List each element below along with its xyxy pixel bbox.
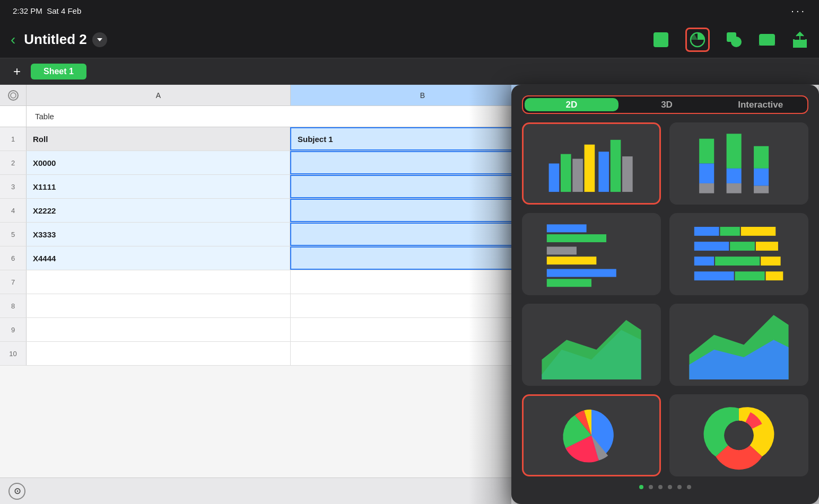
- cell-7-a[interactable]: [27, 270, 291, 294]
- chart-type-area-stacked[interactable]: [669, 304, 808, 386]
- toolbar-left: ‹ Untitled 2: [11, 31, 652, 48]
- status-time: 2:32 PM Sat 4 Feb: [13, 6, 81, 15]
- chart-icon-button[interactable]: [685, 28, 710, 52]
- svg-rect-24: [754, 146, 769, 169]
- chart-type-hbar-stacked[interactable]: [669, 213, 808, 295]
- svg-rect-31: [547, 269, 616, 277]
- chart-type-bar-stacked[interactable]: [669, 122, 808, 205]
- row-number: 5: [0, 223, 27, 246]
- select-all-button[interactable]: [8, 90, 19, 101]
- cell-6-a[interactable]: X4444: [27, 246, 290, 270]
- tab-2d[interactable]: 2D: [525, 98, 618, 111]
- tab-interactive[interactable]: Interactive: [713, 96, 807, 113]
- dot-1[interactable]: [639, 485, 643, 489]
- chart-type-hbar-grouped[interactable]: [522, 213, 661, 295]
- svg-rect-18: [699, 139, 714, 164]
- svg-rect-43: [735, 271, 765, 280]
- chart-type-tabs: 2D 3D Interactive: [522, 95, 808, 114]
- chart-type-area-grouped[interactable]: [522, 304, 661, 386]
- svg-rect-39: [694, 257, 714, 266]
- cell-2-a[interactable]: X0000: [27, 151, 290, 174]
- row-number: 7: [0, 270, 27, 294]
- cell-1-a[interactable]: Roll: [27, 127, 290, 151]
- svg-rect-28: [547, 234, 606, 242]
- svg-rect-37: [730, 242, 755, 251]
- status-bar: 2:32 PM Sat 4 Feb ···: [0, 0, 819, 21]
- share-icon-button[interactable]: [791, 31, 808, 48]
- page-indicators: [522, 485, 808, 493]
- svg-rect-42: [694, 271, 734, 280]
- document-title: Untitled 2: [24, 31, 86, 48]
- svg-rect-13: [572, 159, 583, 192]
- svg-rect-30: [547, 257, 597, 264]
- svg-rect-0: [654, 33, 668, 47]
- row-number: 3: [0, 175, 27, 198]
- row-number: 2: [0, 151, 27, 174]
- shape-icon-button[interactable]: [726, 31, 743, 48]
- svg-rect-23: [727, 183, 742, 193]
- add-sheet-button[interactable]: +: [8, 63, 25, 80]
- svg-rect-14: [585, 145, 595, 192]
- chart-picker-panel: 2D 3D Interactive: [511, 85, 819, 504]
- cell-8-a[interactable]: [27, 294, 291, 317]
- cell-4-a[interactable]: X2222: [27, 199, 290, 222]
- toolbar-title: Untitled 2: [24, 31, 107, 48]
- main-content: A B C Table 1 Roll Subject 1 Subject 2 2: [0, 85, 819, 504]
- chart-type-bar-grouped[interactable]: [522, 122, 661, 205]
- svg-rect-20: [699, 183, 714, 193]
- cell-10-a[interactable]: [27, 342, 291, 365]
- title-chevron-button[interactable]: [92, 32, 107, 47]
- dot-5[interactable]: [677, 485, 682, 489]
- cell-9-a[interactable]: [27, 318, 291, 341]
- svg-rect-16: [611, 140, 621, 192]
- cell-3-a[interactable]: X1111: [27, 175, 290, 198]
- svg-point-46: [724, 421, 753, 450]
- sheet-tab-1[interactable]: Sheet 1: [31, 64, 86, 79]
- svg-rect-34: [720, 227, 739, 236]
- svg-point-10: [11, 93, 16, 98]
- dot-4[interactable]: [668, 485, 672, 489]
- cell-5-a[interactable]: X3333: [27, 223, 290, 246]
- row-number: 6: [0, 246, 27, 270]
- svg-rect-17: [622, 156, 633, 192]
- svg-rect-26: [754, 186, 769, 193]
- svg-rect-27: [547, 224, 587, 232]
- tab-3d[interactable]: 3D: [620, 96, 714, 113]
- svg-rect-25: [754, 169, 769, 186]
- svg-rect-38: [756, 242, 778, 251]
- table-icon-button[interactable]: [652, 31, 669, 48]
- sheet-tabs-area: + Sheet 1: [0, 58, 819, 85]
- svg-rect-32: [547, 279, 591, 287]
- svg-rect-19: [699, 164, 714, 183]
- svg-rect-12: [561, 154, 571, 192]
- chart-type-pie[interactable]: [522, 394, 661, 476]
- chart-type-donut[interactable]: [669, 394, 808, 476]
- svg-rect-7: [727, 33, 736, 41]
- col-header-a[interactable]: A: [27, 85, 291, 105]
- svg-rect-41: [761, 257, 780, 266]
- svg-rect-44: [766, 271, 783, 280]
- row-num-header: [0, 85, 27, 105]
- svg-rect-36: [694, 242, 729, 251]
- svg-rect-40: [715, 257, 760, 266]
- svg-rect-35: [741, 227, 776, 236]
- dot-2[interactable]: [649, 485, 653, 489]
- svg-rect-33: [694, 227, 719, 236]
- status-dots: ···: [791, 5, 806, 17]
- svg-rect-29: [547, 246, 577, 254]
- row-number: 9: [0, 318, 27, 341]
- back-button[interactable]: ‹: [11, 32, 15, 47]
- dot-3[interactable]: [658, 485, 663, 489]
- svg-rect-11: [549, 164, 560, 192]
- row-number: 8: [0, 294, 27, 317]
- toolbar-right: [652, 28, 808, 52]
- row-number: 4: [0, 199, 27, 222]
- media-icon-button[interactable]: [759, 31, 776, 48]
- svg-rect-22: [727, 169, 742, 183]
- function-circle[interactable]: ⊙: [8, 483, 25, 500]
- row-number: 10: [0, 342, 27, 365]
- svg-rect-15: [598, 152, 609, 192]
- toolbar: ‹ Untitled 2: [0, 21, 819, 58]
- svg-rect-21: [727, 134, 742, 169]
- dot-6[interactable]: [687, 485, 691, 489]
